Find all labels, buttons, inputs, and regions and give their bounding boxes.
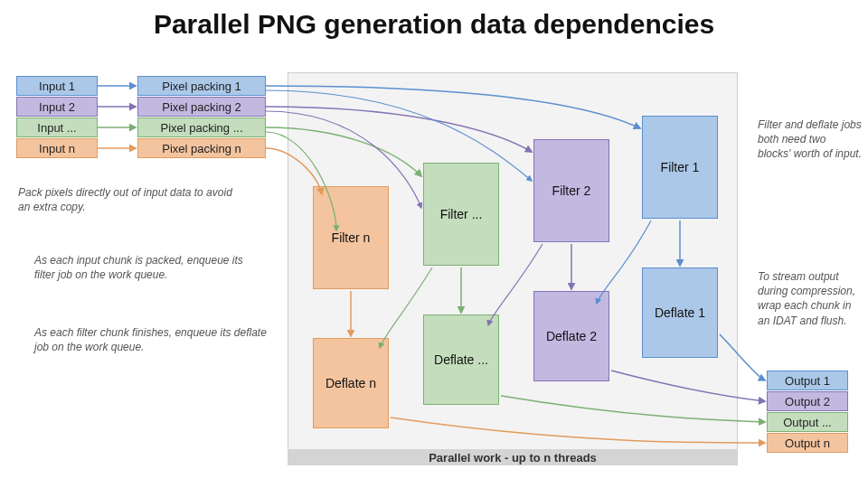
packing-box-2: Pixel packing 2	[137, 97, 266, 117]
parallel-caption-bar: Parallel work - up to n threads	[288, 449, 738, 465]
filter-n: Filter n	[313, 186, 389, 289]
input-box-2: Input 2	[16, 97, 98, 117]
label: Pixel packing 2	[162, 100, 241, 114]
label: Pixel packing n	[162, 142, 241, 155]
ann-need-two: Filter and deflate jobs both need two bl…	[758, 117, 862, 162]
ann-pack: Pack pixels directly out of input data t…	[18, 185, 244, 214]
filter-e: Filter ...	[423, 163, 499, 266]
input-box-1: Input 1	[16, 76, 98, 96]
label: Output ...	[783, 416, 831, 429]
ann-stream-out: To stream output during compression, wra…	[758, 269, 862, 328]
input-box-n: Input n	[16, 138, 98, 158]
label: Pixel packing 1	[162, 80, 241, 93]
parallel-caption: Parallel work - up to n threads	[429, 451, 597, 465]
label: Input 2	[39, 100, 75, 114]
label: Input ...	[37, 121, 76, 135]
label: Deflate n	[326, 376, 376, 390]
label: Deflate ...	[434, 352, 488, 367]
label: Input n	[39, 142, 75, 155]
label: Filter 2	[552, 183, 591, 198]
label: Deflate 1	[655, 305, 705, 320]
label: Filter 1	[661, 160, 700, 174]
filter-1: Filter 1	[642, 116, 718, 219]
output-box-2: Output 2	[767, 391, 848, 411]
ann-enqueue-deflate: As each filter chunk finishes, enqueue i…	[34, 325, 269, 354]
deflate-1: Deflate 1	[642, 267, 718, 358]
label: Output 2	[785, 395, 830, 408]
label: Filter n	[332, 230, 371, 245]
label: Output 1	[785, 374, 830, 388]
deflate-e: Deflate ...	[423, 314, 499, 405]
label: Filter ...	[440, 207, 483, 221]
packing-box-n: Pixel packing n	[137, 138, 266, 158]
filter-2: Filter 2	[533, 139, 609, 242]
input-box-e: Input ...	[16, 117, 98, 137]
ann-enqueue-filter: As each input chunk is packed, enqueue i…	[34, 253, 251, 282]
packing-box-e: Pixel packing ...	[137, 117, 266, 137]
deflate-2: Deflate 2	[533, 291, 609, 381]
output-box-1: Output 1	[767, 371, 848, 390]
label: Deflate 2	[546, 329, 597, 343]
label: Output n	[785, 436, 830, 450]
label: Input 1	[39, 80, 75, 93]
output-box-e: Output ...	[767, 412, 848, 432]
output-box-n: Output n	[767, 433, 848, 453]
label: Pixel packing ...	[160, 121, 242, 135]
deflate-n: Deflate n	[313, 338, 389, 428]
page-title: Parallel PNG generation data dependencie…	[0, 9, 868, 40]
packing-box-1: Pixel packing 1	[137, 76, 266, 96]
